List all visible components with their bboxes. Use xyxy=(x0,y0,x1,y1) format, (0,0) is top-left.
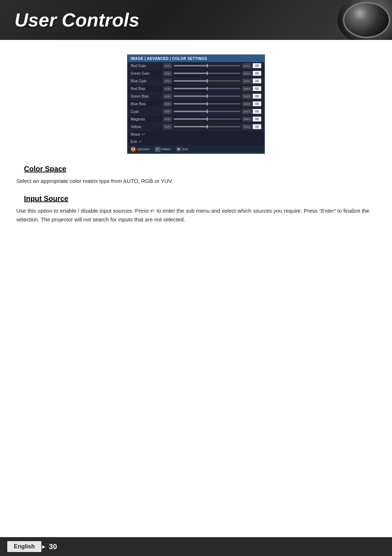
table-row: Yellow MIN MAX 00 xyxy=(128,123,264,131)
slider-track xyxy=(174,80,240,82)
min-button[interactable]: MIN xyxy=(163,117,172,122)
color-space-title: Color Space xyxy=(24,165,66,173)
max-button[interactable]: MAX xyxy=(242,117,252,122)
camera-lens-decoration xyxy=(338,0,392,40)
enter-icon: ↵ xyxy=(139,139,142,144)
max-button[interactable]: MAX xyxy=(242,79,252,83)
row-label-blue-bias: Blue Bias xyxy=(131,102,163,106)
menu-icon: ▦ xyxy=(176,147,181,151)
min-button[interactable]: MIN xyxy=(163,71,172,76)
row-controls: MIN MAX 00 xyxy=(163,101,261,106)
select-icon: ↵ xyxy=(155,147,160,152)
row-controls: MIN MAX 00 xyxy=(163,78,261,83)
row-label-green-bias: Green Bias xyxy=(131,94,163,98)
max-button[interactable]: MAX xyxy=(242,124,252,129)
footer-bar: English ▸ 30 xyxy=(0,537,392,556)
table-row: Red Bias MIN MAX 00 xyxy=(128,85,264,93)
row-label-red-gain: Red Gain xyxy=(131,64,163,68)
main-content: IMAGE | ADVANCED | COLOR SETTINGS Red Ga… xyxy=(0,40,392,240)
max-button[interactable]: MAX xyxy=(242,71,252,76)
min-button[interactable]: MIN xyxy=(163,94,172,99)
slider-track xyxy=(174,73,240,74)
row-controls: MIN MAX 00 xyxy=(163,71,261,76)
select-label: Select xyxy=(162,147,171,151)
min-button[interactable]: MIN xyxy=(163,102,172,106)
row-label-blue-gain: Blue Gain xyxy=(131,79,163,83)
value-display: 00 xyxy=(253,124,261,129)
table-row: Green Gain MIN MAX 00 xyxy=(128,70,264,77)
updown-label: UpDown xyxy=(137,147,150,151)
value-display: 00 xyxy=(253,63,261,68)
value-display: 00 xyxy=(253,78,261,83)
slider-track xyxy=(174,118,240,120)
row-controls: MIN MAX 00 xyxy=(163,124,261,129)
updown-control: ⬆⬇ UpDown xyxy=(131,147,150,152)
slider-track xyxy=(174,126,240,127)
dialog-footer: ⬆⬇ UpDown ↵ Select ▦ Exit xyxy=(128,145,264,153)
footer-exit-label: Exit xyxy=(183,147,188,151)
row-controls: MIN MAX 00 xyxy=(163,94,261,99)
dialog-screenshot: IMAGE | ADVANCED | COLOR SETTINGS Red Ga… xyxy=(15,54,377,154)
input-source-heading: Input Source xyxy=(15,195,377,203)
row-controls: MIN MAX 00 xyxy=(163,116,261,122)
row-controls: MIN MAX 00 xyxy=(163,63,261,68)
table-row: Red Gain MIN MAX 00 xyxy=(128,62,264,70)
value-display: 00 xyxy=(253,109,261,114)
row-label-green-gain: Green Gain xyxy=(131,71,163,75)
select-control: ↵ Select xyxy=(155,147,171,152)
min-button[interactable]: MIN xyxy=(163,79,172,83)
color-space-body: Select an appropriate color matrix type … xyxy=(16,177,377,185)
color-space-heading: Color Space xyxy=(15,165,377,173)
color-settings-dialog: IMAGE | ADVANCED | COLOR SETTINGS Red Ga… xyxy=(127,54,265,154)
row-controls: MIN MAX 00 xyxy=(163,86,261,91)
row-label-yellow: Yellow xyxy=(131,125,163,129)
language-badge: English xyxy=(7,541,41,552)
min-button[interactable]: MIN xyxy=(163,64,172,68)
input-source-body: Use this option to enable / disable inpu… xyxy=(16,207,377,224)
max-button[interactable]: MAX xyxy=(242,109,252,114)
exit-label: Exit xyxy=(131,140,137,144)
value-display: 00 xyxy=(253,94,261,99)
max-button[interactable]: MAX xyxy=(242,94,252,99)
min-button[interactable]: MIN xyxy=(163,109,172,114)
dialog-header: IMAGE | ADVANCED | COLOR SETTINGS xyxy=(128,55,264,62)
min-button[interactable]: MIN xyxy=(163,124,172,129)
row-label-cyan: Cyan xyxy=(131,110,163,114)
value-display: 00 xyxy=(253,86,261,91)
exit-control: ▦ Exit xyxy=(176,147,188,151)
value-display: 00 xyxy=(253,101,261,106)
table-row: Green Bias MIN MAX 00 xyxy=(128,93,264,100)
value-display: 00 xyxy=(253,116,261,122)
table-row: Cyan MIN MAX 00 xyxy=(128,108,264,115)
slider-track xyxy=(174,95,240,97)
slider-track xyxy=(174,103,240,105)
min-button[interactable]: MIN xyxy=(163,86,172,91)
slider-track xyxy=(174,88,240,89)
table-row: Blue Bias MIN MAX 00 xyxy=(128,100,264,108)
reset-label: Reset xyxy=(131,132,140,136)
input-source-title: Input Source xyxy=(24,195,68,203)
row-controls: MIN MAX 00 xyxy=(163,109,261,114)
table-row: Magenta MIN MAX 00 xyxy=(128,115,264,123)
max-button[interactable]: MAX xyxy=(242,86,252,91)
page-header: User Controls xyxy=(0,0,392,40)
row-label-magenta: Magenta xyxy=(131,117,163,121)
slider-track xyxy=(174,65,240,66)
updown-icon: ⬆⬇ xyxy=(131,147,136,152)
max-button[interactable]: MAX xyxy=(242,102,252,106)
row-label-red-bias: Red Bias xyxy=(131,87,163,91)
page-title: User Controls xyxy=(15,9,139,31)
enter-icon: ↵ xyxy=(142,132,146,137)
page-number: 30 xyxy=(49,543,57,551)
slider-track xyxy=(174,111,240,112)
value-display: 00 xyxy=(253,71,261,76)
reset-row: Reset ↵ xyxy=(128,131,264,138)
table-row: Blue Gain MIN MAX 00 xyxy=(128,77,264,85)
footer-arrow-icon: ▸ xyxy=(42,543,45,551)
max-button[interactable]: MAX xyxy=(242,64,252,68)
exit-row: Exit ↵ xyxy=(128,138,264,145)
